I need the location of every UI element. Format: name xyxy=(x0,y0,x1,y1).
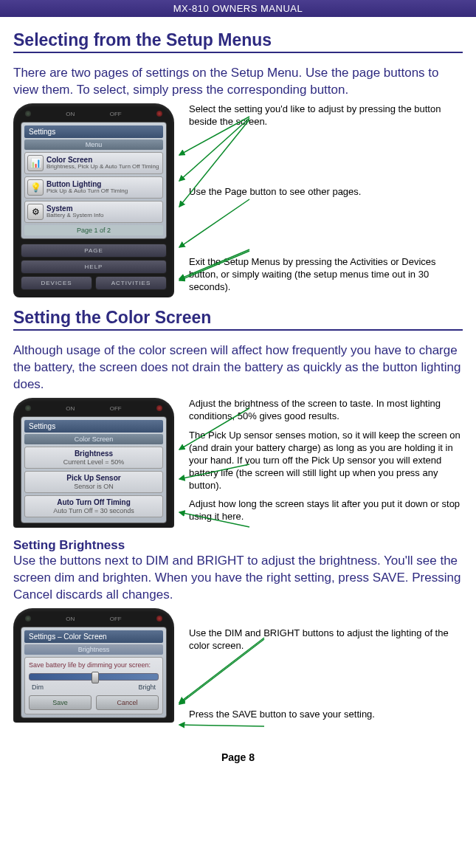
callout-1a: Select the setting you'd like to adjust … xyxy=(189,103,463,128)
setting-pickup-sensor[interactable]: Pick Up Sensor Sensor is ON xyxy=(24,471,163,493)
setting-brightness[interactable]: Brightness Current Level = 50% xyxy=(24,447,163,469)
screen-title-3: Settings – Color Screen xyxy=(24,630,163,643)
remote-screen-2: Settings Color Screen Brightness Current… xyxy=(21,416,167,523)
page-footer: Page 8 xyxy=(13,751,463,763)
dim-label[interactable]: Dim xyxy=(32,683,44,691)
chart-icon: 📊 xyxy=(27,155,44,171)
gear-icon: ⚙ xyxy=(27,204,44,220)
page-button[interactable]: PAGE xyxy=(21,244,167,258)
screen-title-2: Settings xyxy=(24,420,163,433)
save-button[interactable]: Save xyxy=(29,695,92,710)
led-off xyxy=(156,111,162,117)
led-on xyxy=(25,616,31,621)
remote-color-screen: ON OFF Settings Color Screen Brightness … xyxy=(13,398,174,528)
sub-heading-brightness: Setting Brightness xyxy=(13,538,463,553)
callout-2c: Adjust how long the screen stays lit aft… xyxy=(189,498,463,523)
remote-setup-menu: ON OFF Settings Menu 📊 Color ScreenBrigh… xyxy=(13,103,174,297)
brightness-slider[interactable] xyxy=(29,673,159,681)
remote-brightness: ON OFF Settings – Color Screen Brightnes… xyxy=(13,608,174,723)
callout-2a: Adjust the brightness of the screen to t… xyxy=(189,398,463,423)
help-button[interactable]: HELP xyxy=(21,260,167,274)
led-off xyxy=(156,616,162,621)
screen-subtitle-2: Color Screen xyxy=(24,434,163,444)
section2-intro: Although usage of the color screen will … xyxy=(13,342,463,393)
manual-header: MX-810 OWNERS MANUAL xyxy=(0,0,476,17)
activities-button[interactable]: ACTIVITIES xyxy=(95,276,167,290)
off-label: OFF xyxy=(110,111,122,117)
menu-item-color-screen[interactable]: 📊 Color ScreenBrightness, Pick Up & Auto… xyxy=(24,152,163,174)
led-on xyxy=(25,405,31,411)
remote-screen-3: Settings – Color Screen Brightness Save … xyxy=(21,627,167,719)
brightness-message: Save battery life by dimming your screen… xyxy=(29,661,159,669)
brightness-panel: Save battery life by dimming your screen… xyxy=(24,657,163,715)
callout-1c: Exit the Setup Menus by pressing the Act… xyxy=(189,256,463,294)
manual-title: MX-810 OWNERS MANUAL xyxy=(173,3,303,14)
section-heading-1: Selecting from the Setup Menus xyxy=(13,30,463,53)
on-label: ON xyxy=(66,111,75,117)
menu-item-system[interactable]: ⚙ SystemBattery & System Info xyxy=(24,201,163,223)
screen-subtitle-3: Brightness xyxy=(24,644,163,655)
led-on xyxy=(25,111,31,117)
section1-intro: There are two pages of settings on the S… xyxy=(13,65,463,99)
slider-thumb[interactable] xyxy=(92,672,99,683)
led-off xyxy=(156,405,162,411)
remote-screen-1: Settings Menu 📊 Color ScreenBrightness, … xyxy=(21,122,167,239)
setting-auto-turn-off[interactable]: Auto Turn Off Timing Auto Turn Off = 30 … xyxy=(24,495,163,517)
cancel-button[interactable]: Cancel xyxy=(96,695,159,710)
off-label: OFF xyxy=(110,616,122,622)
menu-item-button-lighting[interactable]: 💡 Button LightingPick Up & Auto Turn Off… xyxy=(24,176,163,199)
sub-body-brightness: Use the buttons next to DIM and BRIGHT t… xyxy=(13,553,463,604)
page-indicator: Page 1 of 2 xyxy=(24,225,163,235)
callout-3a: Use the DIM and BRIGHT buttons to adjust… xyxy=(189,627,463,652)
callout-3b: Press the SAVE button to save your setti… xyxy=(189,709,463,721)
callout-2b: The Pick Up sensor senses motion, so it … xyxy=(189,430,463,492)
screen-subtitle: Menu xyxy=(24,140,163,150)
off-label: OFF xyxy=(110,405,122,412)
light-icon: 💡 xyxy=(27,179,44,196)
on-label: ON xyxy=(66,616,75,622)
on-label: ON xyxy=(66,405,75,412)
callout-1b: Use the Page button to see other pages. xyxy=(189,186,463,199)
section-heading-2: Setting the Color Screen xyxy=(13,308,463,331)
bright-label[interactable]: Bright xyxy=(138,683,156,691)
devices-button[interactable]: DEVICES xyxy=(21,276,92,290)
screen-title: Settings xyxy=(24,125,163,138)
